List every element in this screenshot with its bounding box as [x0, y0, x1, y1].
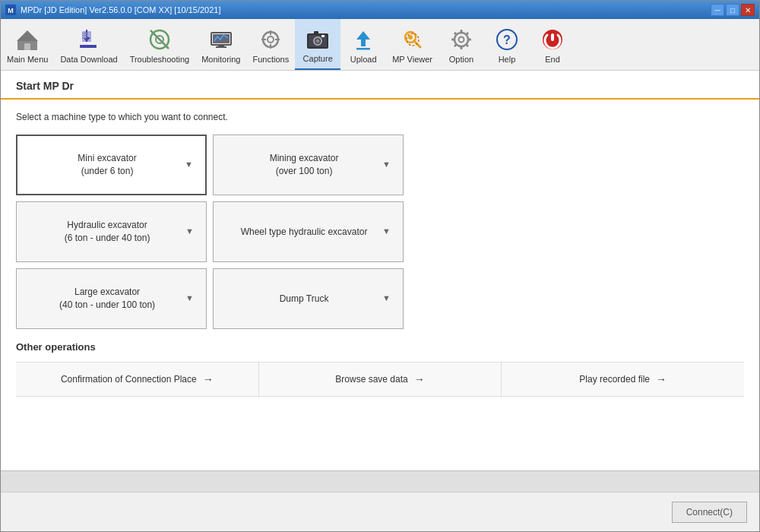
toolbar-capture[interactable]: Capture — [295, 19, 340, 70]
toolbar: Main Menu Data Download — [1, 19, 759, 71]
play-recorded-label: Play recorded file — [579, 374, 650, 385]
toolbar-help[interactable]: ? Help — [484, 19, 530, 70]
browse-save-label: Browse save data — [335, 374, 407, 385]
end-label: End — [545, 55, 560, 64]
minimize-button[interactable]: ─ — [711, 4, 724, 16]
hydraulic-excavator-label: Hydraulic excavator(6 ton - under 40 ton… — [29, 219, 185, 245]
mini-excavator-label: Mini excavator(under 6 ton) — [30, 152, 185, 178]
monitoring-icon — [207, 26, 235, 53]
mini-excavator-arrow: ▼ — [185, 159, 193, 170]
machine-btn-wheel-hydraulic[interactable]: Wheel type hydraulic excavator ▼ — [213, 201, 404, 262]
large-excavator-label: Large excavator(40 ton - under 100 ton) — [29, 286, 185, 312]
svg-rect-9 — [82, 33, 88, 34]
toolbar-end[interactable]: End — [530, 19, 575, 70]
svg-point-28 — [316, 39, 320, 43]
option-label: Option — [449, 55, 473, 64]
browse-save-arrow: → — [414, 373, 425, 385]
dump-truck-label: Dump Truck — [226, 293, 382, 306]
machine-type-grid: Mini excavator(under 6 ton) ▼ Mining exc… — [16, 135, 404, 329]
monitoring-label: Monitoring — [201, 55, 240, 64]
functions-label: Functions — [252, 55, 289, 64]
svg-text:M: M — [8, 7, 14, 14]
capture-label: Capture — [303, 54, 333, 63]
svg-text:?: ? — [503, 33, 511, 46]
help-icon: ? — [493, 26, 521, 53]
upload-label: Upload — [350, 55, 377, 64]
svg-rect-41 — [451, 38, 455, 40]
main-window: M MPDr [JD Edition] Ver2.56.0.0 [COM XX]… — [0, 0, 760, 532]
mp-viewer-label: MP Viewer — [392, 55, 432, 64]
wheel-hydraulic-arrow: ▼ — [382, 226, 391, 237]
title-bar: M MPDr [JD Edition] Ver2.56.0.0 [COM XX]… — [1, 1, 759, 19]
hydraulic-excavator-arrow: ▼ — [185, 226, 194, 237]
capture-icon — [304, 25, 331, 52]
troubleshooting-label: Troubleshooting — [130, 55, 189, 64]
svg-rect-4 — [24, 43, 30, 50]
end-icon — [539, 26, 566, 53]
troubleshooting-icon — [146, 26, 173, 53]
svg-point-37 — [454, 33, 468, 46]
large-excavator-arrow: ▼ — [185, 293, 194, 304]
svg-rect-30 — [321, 35, 325, 37]
svg-rect-39 — [460, 30, 462, 33]
other-ops-row: Confirmation of Connection Place → Brows… — [16, 362, 744, 397]
svg-rect-10 — [82, 35, 88, 36]
connection-place-arrow: → — [203, 373, 214, 385]
data-download-icon — [75, 26, 103, 53]
play-recorded-btn[interactable]: Play recorded file → — [502, 363, 744, 396]
machine-btn-mini-excavator[interactable]: Mini excavator(under 6 ton) ▼ — [16, 135, 207, 195]
machine-btn-large-excavator[interactable]: Large excavator(40 ton - under 100 ton) … — [16, 268, 207, 329]
footer: Connect(C) — [1, 492, 759, 531]
window-title: MPDr [JD Edition] Ver2.56.0.0 [COM XX] [… — [21, 5, 221, 14]
svg-rect-29 — [314, 31, 318, 34]
machine-btn-mining-excavator[interactable]: Mining excavator(over 100 ton) ▼ — [213, 135, 404, 195]
content-body: Select a machine type to which you want … — [1, 100, 759, 470]
toolbar-data-download[interactable]: Data Download — [54, 19, 123, 70]
subtitle: Select a machine type to which you want … — [16, 112, 744, 122]
machine-btn-dump-truck[interactable]: Dump Truck ▼ — [213, 268, 404, 329]
svg-rect-40 — [460, 46, 462, 49]
functions-icon — [257, 26, 284, 53]
toolbar-upload[interactable]: Upload — [340, 19, 386, 70]
svg-rect-32 — [356, 48, 370, 50]
svg-point-20 — [268, 36, 274, 43]
upload-icon — [350, 26, 377, 53]
svg-rect-42 — [467, 38, 471, 40]
connection-place-label: Confirmation of Connection Place — [61, 374, 197, 385]
toolbar-functions[interactable]: Functions — [246, 19, 295, 70]
connection-place-btn[interactable]: Confirmation of Connection Place → — [16, 363, 259, 396]
svg-marker-31 — [356, 31, 370, 46]
connect-button[interactable]: Connect(C) — [672, 502, 747, 523]
svg-rect-11 — [82, 37, 87, 39]
option-icon — [448, 26, 475, 53]
main-menu-label: Main Menu — [7, 55, 48, 64]
svg-point-36 — [407, 33, 419, 46]
toolbar-monitoring[interactable]: Monitoring — [195, 19, 246, 70]
dump-truck-arrow: ▼ — [382, 293, 391, 304]
toolbar-main-menu[interactable]: Main Menu — [1, 19, 54, 70]
toolbar-option[interactable]: Option — [439, 19, 484, 70]
title-bar-left: M MPDr [JD Edition] Ver2.56.0.0 [COM XX]… — [5, 5, 221, 15]
browse-save-btn[interactable]: Browse save data → — [259, 363, 502, 396]
toolbar-mp-viewer[interactable]: MP Viewer — [386, 19, 439, 70]
mp-viewer-icon — [399, 26, 426, 53]
app-icon: M — [5, 5, 16, 15]
mining-excavator-arrow: ▼ — [382, 159, 391, 170]
close-button[interactable]: ✕ — [741, 4, 755, 16]
home-icon — [14, 26, 41, 53]
svg-point-35 — [408, 35, 413, 40]
svg-point-38 — [458, 36, 464, 42]
content-header: Start MP Dr — [1, 71, 759, 100]
other-ops-title: Other operations — [16, 341, 744, 353]
other-operations: Other operations Confirmation of Connect… — [16, 341, 744, 397]
toolbar-troubleshooting[interactable]: Troubleshooting — [124, 19, 195, 70]
data-download-label: Data Download — [60, 55, 117, 64]
maximize-button[interactable]: □ — [726, 4, 739, 16]
machine-btn-hydraulic-excavator[interactable]: Hydraulic excavator(6 ton - under 40 ton… — [16, 201, 207, 262]
content-area: Start MP Dr Select a machine type to whi… — [1, 71, 759, 470]
svg-rect-8 — [80, 45, 97, 48]
play-recorded-arrow: → — [656, 373, 667, 385]
page-title: Start MP Dr — [16, 80, 744, 92]
help-label: Help — [499, 55, 516, 64]
window-controls: ─ □ ✕ — [711, 4, 755, 16]
